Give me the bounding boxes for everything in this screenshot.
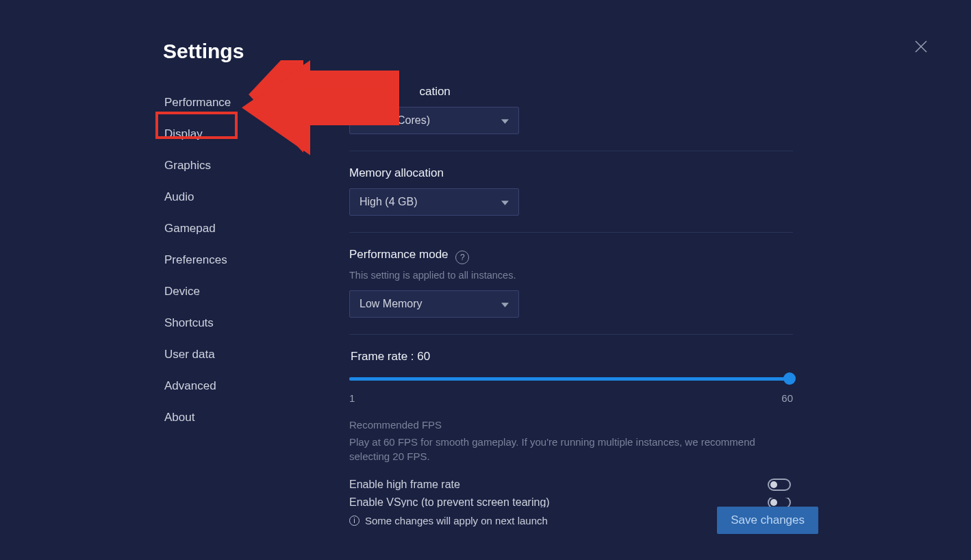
toggle-row-vsync: Enable VSync (to prevent screen tearing)	[349, 498, 791, 507]
sidebar-item-shortcuts[interactable]: Shortcuts	[162, 311, 216, 335]
footer-bar: i Some changes will apply on next launch…	[349, 507, 818, 534]
sidebar-item-display[interactable]: Display	[162, 123, 205, 146]
cpu-allocation-select[interactable]: Cores)	[349, 107, 519, 134]
chevron-down-icon	[501, 114, 509, 127]
sidebar-item-device[interactable]: Device	[162, 280, 203, 303]
section-memory-allocation: Memory allocation High (4 GB)	[349, 166, 793, 233]
section-cpu-allocation: CPU allocationcation Cores)	[349, 85, 793, 151]
section-frame-rate: Frame rate : 60 1 60 Recommended FPS Pla…	[349, 350, 793, 507]
performance-mode-select[interactable]: Low Memory	[349, 290, 519, 318]
performance-mode-sub: This setting is applied to all instances…	[349, 270, 793, 281]
vsync-label: Enable VSync (to prevent screen tearing)	[349, 498, 550, 507]
frame-rate-label: Frame rate : 60	[351, 350, 793, 364]
sidebar-item-gamepad[interactable]: Gamepad	[162, 217, 218, 240]
recommended-fps-title: Recommended FPS	[349, 419, 793, 431]
settings-content: CPU allocationcation Cores) Memory alloc…	[349, 85, 793, 522]
high-frame-rate-label: Enable high frame rate	[349, 479, 460, 491]
memory-allocation-value: High (4 GB)	[360, 196, 417, 208]
sidebar-item-user-data[interactable]: User data	[162, 343, 218, 366]
close-button[interactable]	[914, 40, 928, 53]
chevron-down-icon	[501, 196, 509, 208]
performance-mode-value: Low Memory	[360, 298, 423, 310]
sidebar-item-advanced[interactable]: Advanced	[162, 374, 219, 398]
slider-track	[349, 377, 793, 381]
toggle-row-high-frame-rate: Enable high frame rate	[349, 479, 791, 491]
cpu-allocation-label: CPU allocationcation	[349, 85, 793, 99]
memory-allocation-select[interactable]: High (4 GB)	[349, 188, 519, 216]
page-title: Settings	[163, 40, 244, 63]
help-icon[interactable]: ?	[455, 251, 469, 264]
save-changes-button[interactable]: Save changes	[717, 507, 818, 534]
frame-rate-min: 1	[349, 392, 355, 404]
sidebar-item-graphics[interactable]: Graphics	[162, 154, 214, 177]
recommended-fps-body: Play at 60 FPS for smooth gameplay. If y…	[349, 435, 774, 463]
sidebar-item-performance[interactable]: Performance	[162, 91, 234, 114]
frame-rate-scale: 1 60	[349, 392, 793, 404]
apply-on-launch-notice: i Some changes will apply on next launch	[349, 515, 548, 526]
high-frame-rate-toggle[interactable]	[768, 479, 791, 491]
notice-text: Some changes will apply on next launch	[365, 515, 548, 526]
info-icon: i	[349, 516, 360, 526]
settings-sidebar: Performance Display Graphics Audio Gamep…	[162, 91, 299, 437]
performance-mode-label: Performance mode ?	[349, 248, 793, 264]
chevron-down-icon	[501, 298, 509, 310]
frame-rate-slider[interactable]	[349, 373, 793, 385]
sidebar-item-about[interactable]: About	[162, 406, 197, 429]
vsync-toggle[interactable]	[768, 498, 791, 507]
memory-allocation-label: Memory allocation	[349, 166, 793, 180]
section-performance-mode: Performance mode ? This setting is appli…	[349, 248, 793, 335]
slider-thumb[interactable]	[783, 372, 796, 385]
sidebar-item-preferences[interactable]: Preferences	[162, 249, 230, 272]
frame-rate-max: 60	[781, 392, 793, 404]
sidebar-item-audio[interactable]: Audio	[162, 186, 197, 209]
cpu-allocation-value: Cores)	[360, 114, 430, 127]
